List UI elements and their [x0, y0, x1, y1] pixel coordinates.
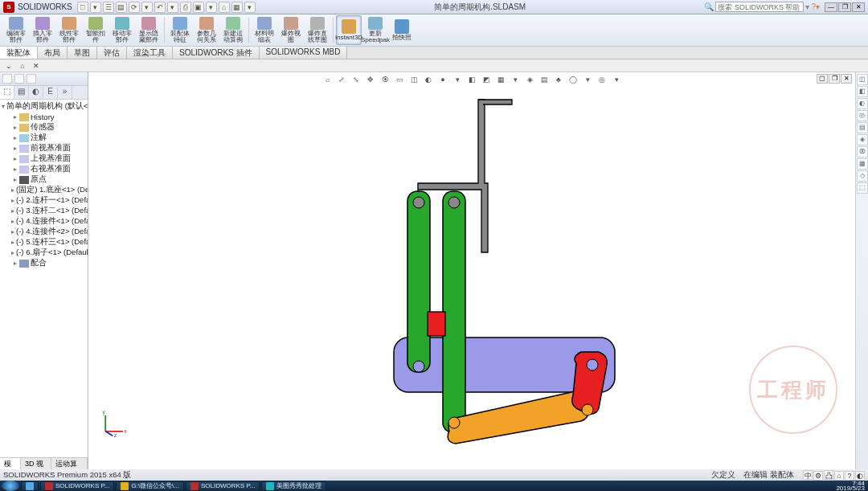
view-tool-8[interactable]: ● — [436, 73, 449, 86]
tree-expand-icon[interactable]: ▸ — [11, 176, 19, 183]
view-tool-18[interactable]: ▾ — [581, 73, 594, 86]
rtool-btn-4[interactable]: ▤ — [857, 122, 868, 133]
tree-tab-other[interactable]: E — [43, 86, 58, 99]
tree-bottom-tab-1[interactable]: 3D 视图 — [21, 458, 51, 469]
ribbon-button-7[interactable]: 装配体 特征 — [167, 15, 193, 45]
tab-5[interactable]: SOLIDWORKS 插件 — [173, 47, 260, 59]
ribbon-button-8[interactable]: 参数几 何关系 — [194, 15, 219, 45]
status-icon-3[interactable]: ⌂ — [834, 471, 844, 481]
rtool-btn-2[interactable]: ◐ — [857, 98, 868, 109]
ribbon-button-17[interactable]: 拍快照 — [389, 15, 415, 45]
ribbon-button-5[interactable]: 显示隐 藏部件 — [136, 15, 162, 45]
view-tool-19[interactable]: ◎ — [596, 73, 608, 86]
search-input[interactable] — [715, 2, 804, 12]
tree-expand-icon[interactable]: ▸ — [11, 134, 19, 141]
qat-button-9[interactable]: ▣ — [193, 2, 204, 13]
tree-tab-config[interactable]: ▤ — [14, 86, 29, 99]
view-tool-17[interactable]: ◯ — [567, 73, 579, 86]
tree-node[interactable]: ▸(固定) 1.底座<1> (Default<<默 — [0, 185, 88, 195]
tree-expand-icon[interactable]: ▸ — [11, 228, 14, 235]
rtool-btn-5[interactable]: ◈ — [857, 134, 868, 145]
view-tool-15[interactable]: ▤ — [538, 73, 551, 86]
taskbar-item-4[interactable]: 美图秀秀批处理 — [261, 481, 326, 491]
qat-button-3[interactable]: ▤ — [116, 2, 127, 13]
tab-3[interactable]: 评估 — [97, 47, 127, 59]
tree-node[interactable]: ▸(-) 2.连杆一<1> (Default<<默 — [0, 195, 88, 206]
taskbar-item-2[interactable]: G:\微信公众号\... — [116, 481, 184, 491]
qat-button-4[interactable]: ⟳ — [129, 2, 140, 13]
view-tool-9[interactable]: ▾ — [451, 73, 464, 86]
status-icon-2[interactable]: 凸 — [824, 470, 833, 480]
tree-node[interactable]: ▸(-) 3.连杆二<1> (Default<<默 — [0, 206, 88, 216]
ribbon-button-11[interactable]: 材料明 细表 — [252, 15, 277, 45]
ribbon-button-3[interactable]: 智能扣 件 — [83, 15, 108, 45]
tree-node[interactable]: ▸传感器 — [0, 122, 88, 133]
qat-button-11[interactable]: ⌂ — [219, 2, 230, 13]
status-icon-4[interactable]: ? — [845, 471, 854, 481]
ribbon-button-15[interactable]: Instant3D — [336, 15, 362, 45]
tab-0[interactable]: 装配体 — [0, 47, 38, 59]
ribbon-button-9[interactable]: 新建运 动算例 — [220, 15, 246, 45]
help-search[interactable]: 🔍 ▾ ?▾ — [704, 2, 820, 12]
view-tool-0[interactable]: ⌕ — [321, 73, 334, 86]
lambda-btn-0[interactable]: ⌄ — [3, 60, 14, 71]
tab-1[interactable]: 布局 — [38, 47, 68, 59]
view-tool-10[interactable]: ◧ — [465, 73, 478, 86]
rtool-btn-3[interactable]: ◎ — [857, 110, 868, 121]
rtool-btn-0[interactable]: ◫ — [857, 74, 868, 85]
tab-2[interactable]: 草图 — [68, 47, 97, 59]
tree-node[interactable]: ▸前视基准面 — [0, 143, 88, 153]
tree-expand-icon[interactable]: ▸ — [11, 113, 19, 121]
view-tool-11[interactable]: ◩ — [480, 73, 493, 86]
taskbar-item-0[interactable] — [21, 481, 39, 491]
tree-options-icon[interactable] — [27, 74, 36, 84]
tree-tab-display[interactable]: ◐ — [29, 86, 43, 99]
rtool-btn-1[interactable]: ◧ — [857, 86, 868, 97]
ribbon-button-0[interactable]: 编辑零 部件 — [3, 15, 29, 45]
taskbar-item-1[interactable]: SOLIDWORKS P... — [40, 481, 114, 491]
vp-close-button[interactable]: ✕ — [841, 74, 852, 84]
tree-expand-icon[interactable]: ▸ — [11, 207, 14, 215]
tab-6[interactable]: SOLIDWORKS MBD — [260, 47, 348, 59]
view-tool-7[interactable]: ◐ — [422, 73, 435, 86]
view-tool-20[interactable]: ▾ — [610, 73, 623, 86]
restore-button[interactable]: ❐ — [838, 2, 851, 12]
tree-bottom-tab-0[interactable]: 模型 — [0, 458, 21, 469]
tree-expand-icon[interactable]: ▸ — [11, 260, 19, 267]
view-tool-1[interactable]: ⤢ — [335, 73, 348, 86]
qat-button-8[interactable]: ⎙ — [180, 2, 191, 13]
view-tool-5[interactable]: ▭ — [393, 73, 406, 86]
tree-root[interactable]: ▾简单的周期机构 (默认<默认_显示 — [0, 101, 88, 112]
qat-button-10[interactable]: ▾ — [206, 2, 217, 13]
tree-node[interactable]: ▸右视基准面 — [0, 164, 88, 174]
tab-4[interactable]: 渲染工具 — [127, 47, 173, 59]
rtool-btn-9[interactable]: ⬚ — [857, 182, 868, 194]
qat-button-2[interactable]: ☰ — [103, 2, 114, 13]
rtool-btn-6[interactable]: ⦿ — [857, 146, 868, 158]
tree-tab-collapse[interactable]: » — [58, 86, 72, 99]
lambda-btn-1[interactable]: ⌂ — [17, 60, 28, 71]
tree-expand-icon[interactable]: ▸ — [11, 197, 14, 204]
view-tool-14[interactable]: ◈ — [523, 73, 536, 86]
taskbar-item-3[interactable]: SOLIDWORKS P... — [186, 481, 260, 491]
lambda-btn-2[interactable]: ✕ — [31, 60, 42, 71]
view-tool-2[interactable]: ⤡ — [350, 73, 362, 86]
tree-node[interactable]: ▸(-) 4.连接件<1> (Default<<默 — [0, 216, 88, 227]
tree-expand-icon[interactable]: ▸ — [11, 249, 14, 256]
tree-node[interactable]: ▸原点 — [0, 174, 88, 185]
rtool-btn-8[interactable]: ◇ — [857, 170, 868, 182]
tree-node[interactable]: ▸注解 — [0, 133, 88, 143]
qat-button-0[interactable]: □ — [77, 2, 88, 13]
qat-button-6[interactable]: ↶ — [154, 2, 166, 13]
status-icon-0[interactable]: 中 — [803, 470, 813, 480]
ribbon-button-4[interactable]: 移动零 部件 — [109, 15, 135, 45]
tree-node[interactable]: ▸配合 — [0, 258, 88, 268]
view-tool-16[interactable]: ♣ — [552, 73, 565, 86]
ribbon-button-1[interactable]: 插入零 部件 — [30, 15, 55, 45]
tree-filter-icon[interactable] — [2, 74, 12, 84]
close-button[interactable]: ✕ — [852, 2, 865, 12]
tree-expand-icon[interactable]: ▸ — [11, 218, 14, 225]
ribbon-button-13[interactable]: 爆炸直 线草图 — [305, 15, 330, 45]
view-tool-12[interactable]: ▦ — [494, 73, 507, 86]
tree-node[interactable]: ▸History — [0, 112, 88, 122]
